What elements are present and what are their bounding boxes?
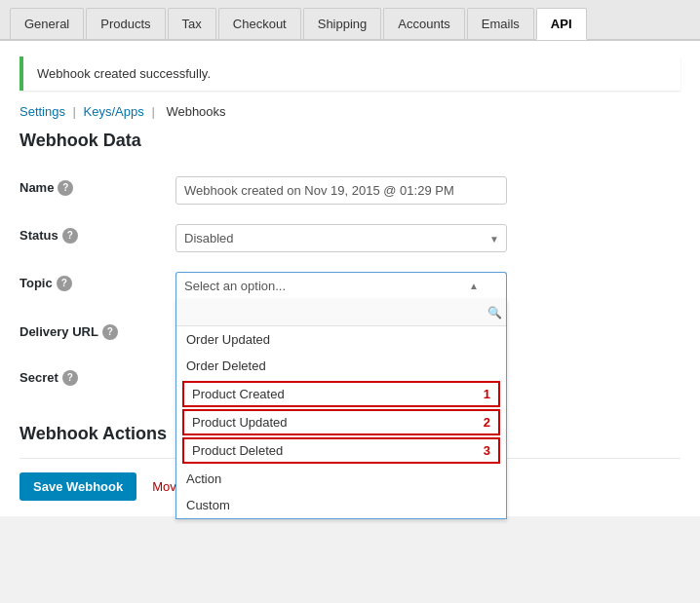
breadcrumb-keys-apps[interactable]: Keys/Apps — [84, 104, 144, 119]
topic-option-product-deleted[interactable]: Product Deleted 3 — [182, 437, 500, 464]
top-nav-tabs: General Products Tax Checkout Shipping A… — [0, 0, 700, 40]
topic-option-custom[interactable]: Custom — [176, 492, 506, 518]
tab-general[interactable]: General — [10, 8, 84, 39]
topic-dropdown: 🔍 Order Updated Order Deleted Product Cr… — [175, 299, 507, 519]
status-select[interactable]: Disabled Active — [175, 224, 507, 252]
topic-option-action[interactable]: Action — [176, 466, 506, 492]
field-name-value-cell — [175, 167, 681, 214]
field-status-value-cell: Disabled Active ▼ — [175, 214, 681, 262]
topic-help-icon[interactable]: ? — [57, 276, 72, 291]
delivery-url-help-icon[interactable]: ? — [102, 324, 118, 340]
name-input[interactable] — [175, 176, 507, 205]
tab-products[interactable]: Products — [86, 8, 165, 39]
save-webhook-button[interactable]: Save Webhook — [19, 472, 136, 501]
tab-accounts[interactable]: Accounts — [383, 8, 464, 39]
topic-option-product-created-number: 1 — [484, 387, 490, 401]
topic-options-list: Order Updated Order Deleted Product Crea… — [176, 326, 506, 518]
tab-checkout[interactable]: Checkout — [218, 8, 301, 39]
status-select-wrapper: Disabled Active ▼ — [175, 224, 507, 252]
topic-option-order-updated[interactable]: Order Updated — [176, 326, 506, 353]
topic-select-display[interactable]: Select an option... ▲ — [175, 272, 507, 299]
field-secret-label: Secret — [19, 370, 58, 385]
status-help-icon[interactable]: ? — [62, 228, 78, 244]
topic-option-product-created-label: Product Created — [192, 387, 285, 401]
name-help-icon[interactable]: ? — [58, 180, 73, 196]
tab-shipping[interactable]: Shipping — [303, 8, 382, 39]
field-status-row: Status ? Disabled Active ▼ — [19, 214, 681, 262]
field-name-label: Name — [19, 180, 54, 195]
topic-search-row: 🔍 — [176, 299, 506, 326]
topic-option-product-deleted-number: 3 — [484, 443, 490, 458]
main-content: Webhook created successfully. Settings |… — [0, 40, 700, 516]
field-secret-label-cell: Secret ? — [19, 357, 175, 404]
field-topic-label-cell: Topic ? — [19, 262, 175, 309]
topic-arrow-icon: ▲ — [469, 281, 479, 291]
topic-wrapper: Select an option... ▲ 🔍 Order Updated Or… — [175, 272, 507, 299]
notice-text: Webhook created successfully. — [37, 66, 211, 81]
topic-option-product-deleted-label: Product Deleted — [192, 443, 283, 458]
topic-option-product-updated-number: 2 — [484, 415, 490, 430]
topic-option-product-created[interactable]: Product Created 1 — [182, 381, 500, 407]
secret-help-icon[interactable]: ? — [62, 370, 78, 386]
notice-success: Webhook created successfully. — [19, 57, 681, 91]
breadcrumb-sep2: | — [151, 104, 158, 119]
field-name-row: Name ? — [19, 167, 681, 214]
field-topic-label: Topic — [19, 276, 53, 290]
field-topic-value-cell: Select an option... ▲ 🔍 Order Updated Or… — [175, 262, 681, 309]
tab-emails[interactable]: Emails — [467, 8, 534, 39]
tab-api[interactable]: API — [536, 8, 587, 40]
field-delivery-url-label-cell: Delivery URL ? — [19, 309, 175, 357]
section-title: Webhook Data — [19, 131, 681, 151]
field-topic-row: Topic ? Select an option... ▲ 🔍 — [19, 262, 681, 309]
breadcrumb-current: Webhooks — [166, 104, 225, 119]
field-name-label-cell: Name ? — [19, 167, 175, 214]
field-status-label-cell: Status ? — [19, 214, 175, 262]
breadcrumb-sep1: | — [73, 104, 80, 119]
tab-tax[interactable]: Tax — [168, 8, 216, 39]
topic-option-order-deleted[interactable]: Order Deleted — [176, 353, 506, 379]
topic-option-product-updated[interactable]: Product Updated 2 — [182, 409, 500, 435]
topic-placeholder: Select an option... — [184, 279, 286, 293]
field-delivery-url-label: Delivery URL — [19, 324, 98, 339]
breadcrumb-settings[interactable]: Settings — [19, 104, 65, 119]
topic-search-icon: 🔍 — [487, 306, 502, 320]
topic-search-input[interactable] — [180, 303, 487, 321]
form-table: Name ? Status ? Disabled Active — [19, 167, 681, 404]
field-status-label: Status — [19, 228, 58, 243]
topic-option-product-updated-label: Product Updated — [192, 415, 288, 430]
breadcrumb: Settings | Keys/Apps | Webhooks — [19, 104, 681, 119]
